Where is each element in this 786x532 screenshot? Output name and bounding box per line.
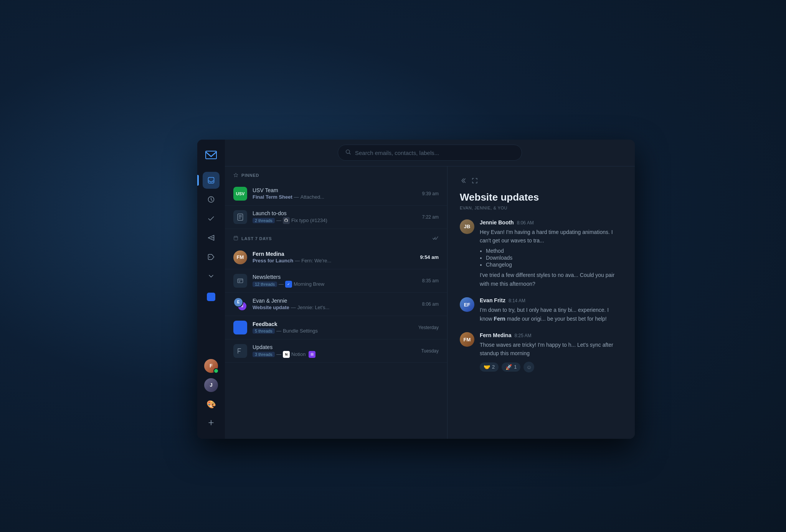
avatar-fern-medina: FM — [233, 250, 247, 264]
email-preview-feedback: 5 threads — Bundle Settings — [253, 328, 413, 334]
email-time-updates: Tuesday — [421, 348, 439, 354]
expand-icon[interactable] — [471, 177, 478, 186]
avatar-updates — [233, 344, 247, 358]
email-body-usv: USV Team Final Term Sheet — Attached... — [253, 187, 417, 200]
palette-icon[interactable]: 🎨 — [204, 397, 218, 411]
email-sender-evan-jennie: Evan & Jennie — [253, 298, 417, 304]
email-time-usv: 9:39 am — [422, 191, 439, 196]
email-preview-launch: 2 threads — Fix typo (#1234) — [253, 217, 417, 224]
email-sender-launch: Launch to-dos — [253, 210, 417, 216]
email-sender-fern: Fern Medina — [253, 251, 415, 257]
email-item-newsletters[interactable]: Newsletters 12 threads — ✓ Morning Brew … — [225, 269, 447, 293]
email-body-updates: Updates 3 threads — N Notion ⊞ — [253, 344, 416, 358]
avatar-newsletters — [233, 274, 247, 288]
preview-subject-usv: Final Term Sheet — [253, 194, 292, 200]
preview-subject-fern: Press for Launch — [253, 258, 293, 264]
search-bar[interactable]: Search emails, contacts, labels... — [338, 145, 522, 161]
list-item-downloads: Downloads — [486, 255, 623, 261]
email-sender-newsletters: Newsletters — [253, 274, 417, 280]
email-list: PINNED USV USV Team Final Term Sheet — A… — [225, 166, 447, 439]
preview-subject-evan: Website update — [253, 305, 289, 310]
message-evan: EF Evan Fritz 8:14 AM I'm down to try, b… — [460, 297, 623, 323]
message-content-fern: Fern Medina 8:25 AM Those waves are tric… — [480, 332, 623, 372]
email-item-updates[interactable]: Updates 3 threads — N Notion ⊞ — [225, 339, 447, 363]
label-tag-blue[interactable] — [203, 288, 220, 305]
thread-chip-updates: 3 threads — [253, 352, 275, 357]
email-item-usv-team[interactable]: USV USV Team Final Term Sheet — Attached… — [225, 182, 447, 206]
email-time-feedback: Yesterday — [418, 325, 439, 330]
reaction-handshake[interactable]: 🤝 2 — [480, 362, 499, 372]
avatar-jennie-msg: JB — [460, 219, 474, 234]
mark-all-read-icon[interactable] — [433, 235, 439, 242]
github-icon — [283, 217, 290, 224]
avatar-jennie[interactable]: J — [204, 378, 218, 392]
svg-point-4 — [209, 256, 210, 257]
pinned-section-header: PINNED — [225, 166, 447, 182]
email-preview-fern: Press for Launch — Fern: We're... — [253, 258, 415, 264]
thread-chip-feedback: 5 threads — [253, 328, 275, 334]
avatar-evan-jennie: E J — [233, 297, 247, 311]
collapse-icon[interactable] — [460, 177, 467, 186]
reaction-rocket[interactable]: 🚀 1 — [502, 362, 520, 372]
email-body-fern: Fern Medina Press for Launch — Fern: We'… — [253, 251, 415, 264]
nav-tasks[interactable] — [203, 210, 220, 227]
email-item-feedback[interactable]: Feedback 5 threads — Bundle Settings Yes… — [225, 316, 447, 339]
nav-labels[interactable] — [203, 249, 220, 265]
msg-text-jennie: Hey Evan! I'm having a hard time updatin… — [480, 228, 623, 245]
detail-toolbar — [460, 177, 623, 186]
email-body-evan-jennie: Evan & Jennie Website update — Jennie: L… — [253, 298, 417, 310]
main-content: Search emails, contacts, labels... PINNE… — [225, 140, 635, 439]
email-preview-newsletters: 12 threads — ✓ Morning Brew — [253, 281, 417, 288]
content-split: PINNED USV USV Team Final Term Sheet — A… — [225, 166, 635, 439]
nav-recent[interactable] — [203, 191, 220, 208]
app-logo — [203, 147, 219, 163]
msg-time-jennie: 8:06 AM — [517, 220, 534, 226]
add-button[interactable] — [203, 414, 220, 431]
message-header-fern: Fern Medina 8:25 AM — [480, 332, 623, 338]
msg-text-evan: I'm down to try, but I only have a tiny … — [480, 306, 623, 323]
message-header-jennie: Jennie Booth 8:06 AM — [480, 219, 623, 226]
email-item-evan-jennie[interactable]: E J Evan & Jennie Website update — Jenni… — [225, 293, 447, 316]
avatar-feedback — [233, 321, 247, 334]
pin-icon — [233, 173, 238, 178]
email-item-launch-todos[interactable]: Launch to-dos 2 threads — Fi — [225, 206, 447, 229]
user-avatar-1[interactable]: F — [204, 359, 218, 373]
avatar-fern-msg: FM — [460, 332, 474, 347]
msg-outro-jennie: I've tried a few different styles to no … — [480, 271, 623, 288]
calendar-icon — [233, 236, 238, 241]
email-sender-feedback: Feedback — [253, 321, 413, 327]
list-item-changelog: Changelog — [486, 262, 623, 268]
add-reaction-button[interactable]: ☺ — [523, 362, 534, 372]
svg-rect-0 — [208, 177, 214, 183]
nav-send[interactable] — [203, 229, 220, 246]
email-time-fern: 9:54 am — [420, 254, 439, 260]
svg-rect-17 — [238, 278, 243, 283]
user-avatar-2[interactable]: J — [204, 378, 218, 392]
online-badge — [213, 368, 219, 374]
blue-label-icon — [207, 293, 215, 301]
message-content-evan: Evan Fritz 8:14 AM I'm down to try, but … — [480, 297, 623, 323]
purple-icon: ⊞ — [309, 351, 315, 358]
thread-chip-launch: 2 threads — [253, 218, 275, 223]
avatar-evan-msg: EF — [460, 297, 474, 312]
msg-text-fern: Those waves are tricky! I'm happy to h..… — [480, 341, 623, 358]
last7days-section-header: LAST 7 DAYS — [225, 229, 447, 246]
msg-list-jennie: Method Downloads Changelog — [486, 248, 623, 268]
search-icon — [345, 149, 351, 156]
nav-inbox[interactable] — [203, 172, 220, 189]
detail-title: Website updates — [460, 191, 623, 203]
message-content-jennie: Jennie Booth 8:06 AM Hey Evan! I'm havin… — [480, 219, 623, 288]
rocket-emoji: 🚀 — [505, 364, 512, 370]
nav-more[interactable] — [203, 268, 220, 285]
search-placeholder: Search emails, contacts, labels... — [355, 150, 439, 156]
notion-icon: N — [283, 351, 290, 358]
email-preview-updates: 3 threads — N Notion ⊞ — [253, 351, 416, 358]
avatar-launch — [233, 210, 247, 224]
msg-time-fern: 8:25 AM — [514, 333, 531, 338]
email-item-fern-medina[interactable]: FM Fern Medina Press for Launch — Fern: … — [225, 246, 447, 269]
msg-time-evan: 8:14 AM — [509, 298, 525, 303]
app-window: F J 🎨 — [197, 140, 635, 439]
message-header-evan: Evan Fritz 8:14 AM — [480, 297, 623, 303]
svg-line-8 — [349, 153, 350, 154]
msg-sender-fern: Fern Medina — [480, 332, 511, 338]
